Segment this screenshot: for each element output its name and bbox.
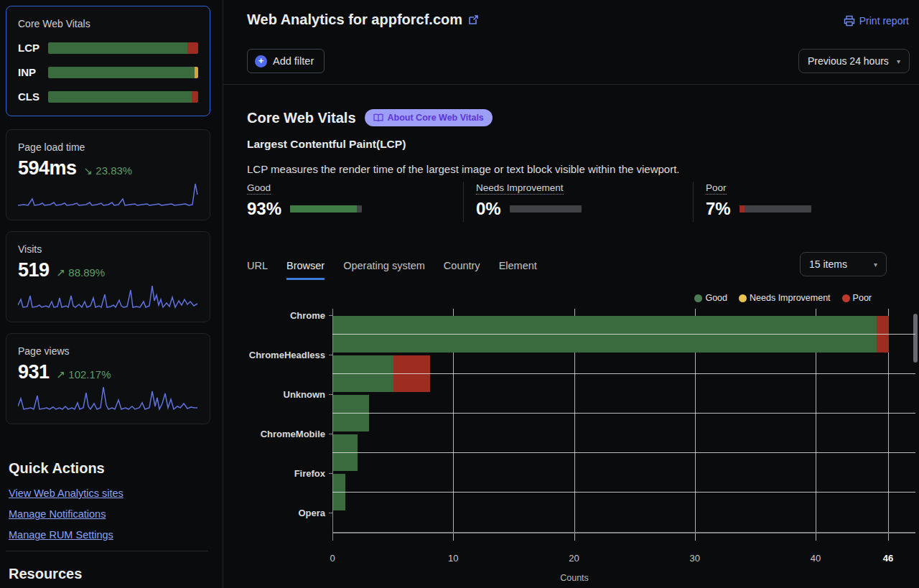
page-title-text: Web Analytics for appforcf.com — [247, 11, 462, 28]
stat-value: 0% — [476, 199, 501, 219]
add-filter-button[interactable]: + Add filter — [247, 49, 325, 73]
sidebar-divider — [6, 551, 208, 551]
scrollbar-thumb[interactable] — [913, 314, 918, 363]
external-link-icon[interactable] — [468, 14, 479, 25]
stat-divider — [693, 182, 694, 222]
stat-good: Good 93% — [247, 181, 362, 219]
legend-label: Poor — [853, 293, 872, 303]
stat-value: 7% — [706, 199, 731, 219]
time-range-dropdown[interactable]: Previous 24 hours ▾ — [798, 49, 910, 73]
cwv-card-title: Core Web Vitals — [18, 18, 198, 29]
horizontal-gridline — [332, 492, 915, 493]
lcp-metric-title: Largest Contentful Paint(LCP) — [247, 138, 406, 151]
change-percent: 88.89% — [68, 266, 105, 279]
page-load-time-card[interactable]: Page load time 594ms ↘ 23.83% — [6, 129, 210, 220]
stat-needs-improvement: Needs Improvement 0% — [476, 181, 582, 219]
print-report-link[interactable]: Print report — [844, 15, 909, 27]
legend-item[interactable]: Needs Improvement — [739, 293, 831, 303]
legend-dot-icon — [842, 294, 850, 302]
y-axis-tick — [329, 315, 332, 316]
y-axis-tick — [329, 513, 332, 513]
tab-browser[interactable]: Browser — [286, 260, 325, 280]
card-title: Visits — [18, 243, 198, 255]
cwv-metric-bar — [48, 67, 198, 78]
sparkline-chart — [18, 179, 200, 211]
quick-actions-heading: Quick Actions — [9, 460, 105, 477]
chart-category-label: Unknown — [284, 389, 326, 400]
trend-up-icon: ↗ — [57, 368, 66, 381]
cwv-metric-rows: LCPINPCLS — [18, 42, 198, 103]
stat-label: Poor — [706, 182, 727, 195]
tab-country[interactable]: Country — [444, 260, 480, 280]
visits-card[interactable]: Visits 519 ↗ 88.89% — [6, 231, 210, 322]
chevron-down-icon: ▾ — [874, 261, 877, 269]
core-web-vitals-card[interactable]: Core Web Vitals LCPINPCLS — [6, 6, 210, 116]
legend-item[interactable]: Good — [694, 293, 727, 303]
card-title: Page views — [18, 345, 198, 357]
x-axis-line — [332, 532, 915, 533]
trend-up-icon: ↗ — [57, 266, 66, 279]
legend-item[interactable]: Poor — [842, 293, 872, 303]
horizontal-gridline — [332, 373, 915, 374]
cwv-metric-row: CLS — [18, 90, 198, 103]
stat-value: 93% — [247, 199, 281, 219]
x-axis-tick-label: 20 — [569, 553, 579, 564]
x-axis-tick-label: 40 — [811, 553, 821, 564]
change-percent: 23.83% — [95, 164, 132, 177]
lcp-description: LCP measures the render time of the larg… — [247, 163, 680, 175]
cwv-metric-row: INP — [18, 66, 198, 78]
y-axis-tick — [329, 394, 332, 395]
legend-dot-icon — [694, 294, 702, 302]
chart-legend: GoodNeeds ImprovementPoor — [694, 293, 872, 303]
items-count-select[interactable]: 15 items ▾ — [800, 252, 887, 276]
cwv-metric-bar — [48, 42, 198, 54]
tab-operating-system[interactable]: Operating system — [343, 260, 425, 280]
stat-minibar — [510, 205, 582, 213]
chart-category-label: Chrome — [290, 310, 325, 321]
print-report-label: Print report — [859, 15, 909, 27]
page-load-time-value: 594ms — [18, 157, 77, 179]
chevron-down-icon: ▾ — [897, 57, 900, 65]
quick-action-link[interactable]: Manage RUM Settings — [9, 529, 113, 541]
page-views-value: 931 — [18, 361, 50, 383]
about-core-web-vitals-badge[interactable]: About Core Web Vitals — [365, 109, 493, 126]
cwv-metric-row: LCP — [18, 42, 198, 54]
stat-minibar — [290, 205, 362, 213]
chart-category-label: Opera — [298, 508, 325, 518]
page-views-card[interactable]: Page views 931 ↗ 102.17% — [6, 333, 210, 424]
stat-label: Good — [247, 182, 271, 195]
chart-category-label: ChromeHeadless — [249, 350, 325, 360]
tab-element[interactable]: Element — [499, 260, 537, 280]
items-count-value: 15 items — [809, 258, 847, 270]
change-percent: 102.17% — [68, 368, 111, 381]
legend-dot-icon — [739, 294, 747, 302]
cwv-metric-label: LCP — [18, 42, 48, 54]
x-axis-tick-label: 0 — [330, 553, 335, 564]
book-icon — [373, 113, 383, 122]
x-axis-title: Counts — [560, 573, 589, 583]
time-range-value: Previous 24 hours — [808, 55, 889, 67]
x-axis-tick-label: 30 — [690, 553, 700, 564]
legend-label: Needs Improvement — [750, 293, 831, 303]
card-title: Page load time — [18, 141, 198, 153]
page-title: Web Analytics for appforcf.com — [247, 11, 479, 28]
trend-down-icon: ↘ — [84, 164, 93, 177]
visits-value: 519 — [18, 259, 50, 281]
header-divider — [223, 84, 919, 85]
main-content: Web Analytics for appforcf.com Print rep… — [223, 0, 919, 588]
x-axis-tick-label: 10 — [448, 553, 458, 564]
tab-url[interactable]: URL — [247, 260, 268, 280]
stat-minibar — [740, 205, 811, 213]
section-title: Core Web Vitals — [247, 110, 356, 126]
horizontal-gridline — [332, 334, 915, 335]
chart-category-label: ChromeMobile — [261, 429, 325, 439]
stat-poor: Poor 7% — [706, 181, 811, 219]
cwv-metric-bar — [48, 91, 198, 103]
x-axis-tick-label: 46 — [883, 553, 893, 564]
quick-action-link[interactable]: Manage Notifications — [9, 508, 106, 520]
stat-divider — [463, 182, 464, 222]
add-filter-label: Add filter — [273, 55, 314, 67]
sparkline-chart — [18, 281, 200, 313]
quick-action-link[interactable]: View Web Analytics sites — [9, 487, 123, 499]
printer-icon — [844, 15, 855, 27]
